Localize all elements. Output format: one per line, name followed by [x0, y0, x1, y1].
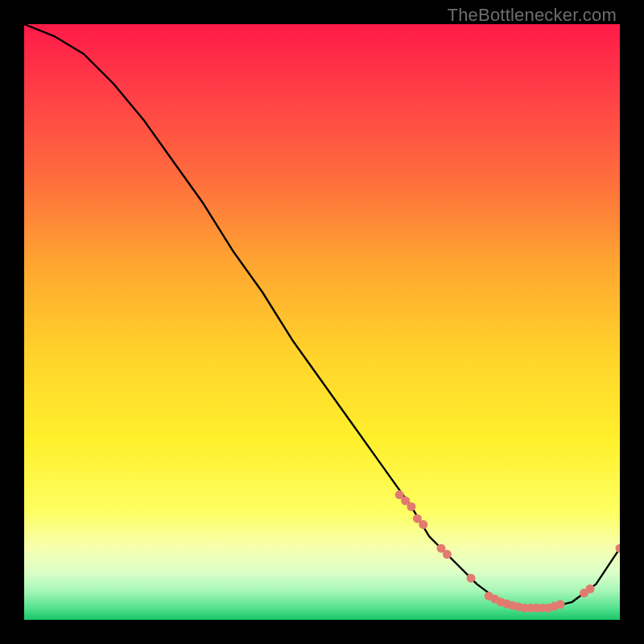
bottleneck-curve [24, 24, 620, 608]
marker-dot [407, 502, 416, 511]
marker-dot [419, 520, 427, 529]
attribution-text: TheBottlenecker.com [448, 5, 617, 26]
marker-dot [467, 574, 476, 583]
marker-dot [586, 584, 595, 593]
marker-dot [556, 600, 565, 609]
plot-area [24, 24, 620, 620]
curve-svg [24, 24, 620, 620]
marker-dot [443, 550, 452, 559]
marker-dot [616, 544, 621, 553]
chart-frame: TheBottlenecker.com [0, 0, 644, 644]
marker-group [395, 490, 620, 613]
